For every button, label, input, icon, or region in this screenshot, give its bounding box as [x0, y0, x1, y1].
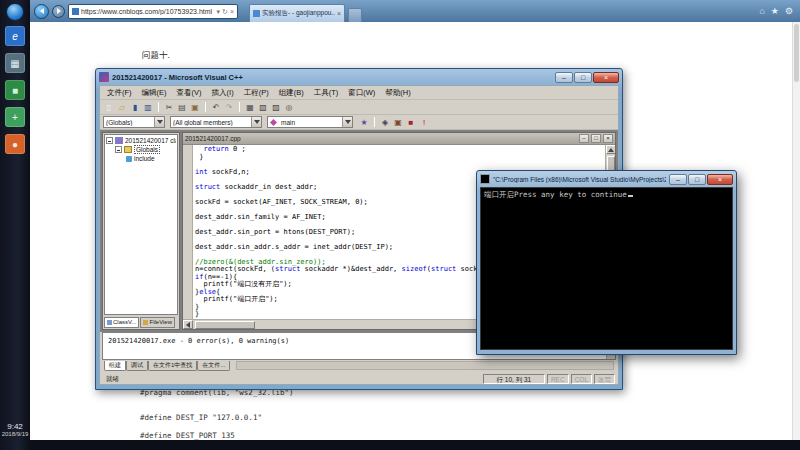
favorites-star-icon[interactable]: ★ — [771, 6, 779, 16]
home-icon[interactable]: ⌂ — [759, 6, 764, 16]
address-bar-icons: ▾↻× — [217, 5, 234, 18]
taskbar: e▦■+● 9:42 2018/9/19 — [0, 0, 30, 450]
output-hscrollbar[interactable] — [236, 361, 614, 370]
vc-menu-item-2[interactable]: 查看(V) — [172, 88, 207, 98]
workspace-toggle-icon[interactable]: ▦ — [244, 101, 256, 113]
maximize-button[interactable]: □ — [688, 174, 706, 185]
members-combo[interactable]: (All global members) — [170, 116, 262, 128]
minimize-button[interactable]: – — [555, 72, 573, 83]
compile-icon[interactable]: ◈ — [379, 116, 391, 128]
collapse-expander-icon[interactable] — [106, 137, 113, 144]
undo-icon[interactable]: ↶ — [210, 101, 222, 113]
cut-icon[interactable]: ✂ — [163, 101, 175, 113]
output-toggle-icon[interactable]: ▧ — [257, 101, 269, 113]
maximize-button[interactable]: □ — [574, 72, 592, 83]
toolbar-separator — [205, 102, 206, 112]
editor-titlebar[interactable]: 201521420017.cpp – □ × — [183, 133, 615, 145]
function-combo[interactable]: main — [267, 116, 353, 128]
taskbar-clock[interactable]: 9:42 2018/9/19 — [2, 422, 29, 437]
vc-menu-item-3[interactable]: 插入(I) — [207, 88, 239, 98]
editor-selection-margin[interactable] — [183, 145, 193, 319]
clock-time: 9:42 — [2, 422, 29, 431]
address-bar[interactable]: https://www.cnblogs.com/p/10753923.html … — [68, 4, 238, 19]
tab-close-icon[interactable]: × — [337, 10, 341, 17]
console-window-controls: – □ × — [669, 174, 733, 185]
output-tab-1[interactable]: 调试 — [126, 361, 148, 371]
save-all-icon[interactable]: ▥ — [142, 101, 154, 113]
vc-menu-item-7[interactable]: 窗口(W) — [343, 88, 380, 98]
editor-restore-button[interactable]: □ — [591, 134, 601, 143]
vc-menu-item-4[interactable]: 工程(P) — [239, 88, 274, 98]
minimize-button[interactable]: – — [669, 174, 687, 185]
taskbar-app-4-icon[interactable]: + — [5, 107, 25, 127]
taskbar-app-2-icon[interactable]: ▦ — [5, 53, 25, 73]
back-button[interactable] — [34, 4, 49, 19]
dropdown-arrow-icon[interactable] — [251, 117, 261, 127]
find-icon[interactable]: ◎ — [283, 101, 295, 113]
settings-gear-icon[interactable]: ⚙ — [785, 6, 793, 16]
clock-date: 2018/9/19 — [2, 431, 29, 437]
paste-icon[interactable]: ▣ — [189, 101, 201, 113]
cursor-position-cell: 行 10, 列 31 — [483, 374, 545, 384]
open-folder-icon[interactable]: ▱ — [116, 101, 128, 113]
scrollbar-thumb[interactable] — [195, 321, 255, 329]
collapse-expander-icon[interactable] — [115, 146, 122, 153]
wizard-actions-icon[interactable]: ★ — [358, 116, 370, 128]
redo-icon[interactable]: ↷ — [223, 101, 235, 113]
console-output[interactable]: 端口开启Press any key to continue — [480, 187, 733, 350]
taskbar-icons: e▦■+● — [5, 26, 25, 154]
browser-chrome: https://www.cnblogs.com/p/10753923.html … — [30, 0, 800, 22]
build-icon[interactable]: ▣ — [392, 116, 404, 128]
stop-build-icon[interactable]: ■ — [405, 116, 417, 128]
new-tab-button[interactable] — [348, 8, 362, 22]
stop-icon[interactable]: × — [230, 5, 234, 18]
function-combo-value: main — [279, 119, 342, 126]
execute-program-icon[interactable]: ! — [418, 116, 430, 128]
refresh-icon[interactable]: ↻ — [222, 5, 228, 18]
scroll-left-icon[interactable] — [183, 320, 193, 329]
start-button[interactable] — [6, 3, 24, 21]
taskbar-app-5-icon[interactable]: ● — [5, 134, 25, 154]
page-scrollbar[interactable] — [792, 22, 800, 450]
search-dropdown-icon[interactable]: ▾ — [217, 5, 221, 18]
close-button[interactable]: × — [593, 72, 619, 83]
tree-row-globals[interactable]: Globals — [106, 145, 176, 154]
vc-titlebar[interactable]: 201521420017 - Microsoft Visual C++ – □ … — [96, 69, 622, 85]
taskbar-app-3-icon[interactable]: ■ — [5, 80, 25, 100]
url-text: https://www.cnblogs.com/p/10753923.html — [81, 8, 215, 15]
vc-menu-item-1[interactable]: 编辑(E) — [137, 88, 172, 98]
tree-row-root[interactable]: 201521420017 clas — [106, 136, 176, 145]
new-file-icon[interactable]: ▯ — [103, 101, 115, 113]
dropdown-arrow-icon[interactable] — [342, 117, 352, 127]
vc-menu-item-8[interactable]: 帮助(H) — [380, 88, 415, 98]
close-button[interactable]: × — [707, 174, 733, 185]
class-combo[interactable]: (Globals) — [103, 116, 165, 128]
save-icon[interactable]: ▮ — [129, 101, 141, 113]
workspace-tab-1[interactable]: FileView — [140, 317, 175, 328]
window-list-icon[interactable]: ▨ — [270, 101, 282, 113]
build-result-text: 201521420017.exe - 0 error(s), 0 warning… — [108, 337, 289, 345]
forward-button[interactable] — [52, 5, 65, 18]
editor-minimize-button[interactable]: – — [579, 134, 589, 143]
classview-tree: 201521420017 clas Globals include — [104, 134, 178, 315]
back-arrow-icon — [40, 8, 44, 14]
scrollbar-thumb[interactable] — [794, 24, 799, 82]
scroll-up-icon[interactable] — [606, 145, 616, 154]
console-titlebar[interactable]: "C:\Program Files (x86)\Microsoft Visual… — [477, 171, 736, 187]
browser-tab[interactable]: 实验报告- - gaojianppou... × — [249, 4, 345, 22]
vc-menu-item-5[interactable]: 组建(B) — [274, 88, 309, 98]
tree-row-include[interactable]: include — [106, 154, 176, 163]
output-tab-3[interactable]: 在文件... — [197, 361, 230, 371]
ie-browser-icon[interactable]: e — [5, 26, 25, 46]
workspace-panel: 201521420017 clas Globals include ClassV… — [102, 132, 180, 330]
vc-menu-item-6[interactable]: 工具(T) — [309, 88, 344, 98]
output-tab-0[interactable]: 组建 — [104, 361, 126, 371]
page-code-line: #define DEST_IP "127.0.0.1" — [140, 413, 294, 422]
vc-menu-item-0[interactable]: 文件(F) — [102, 88, 137, 98]
visual-cpp-icon — [99, 72, 109, 82]
output-tab-2[interactable]: 在文件1中查找 — [148, 361, 197, 371]
editor-close-button[interactable]: × — [603, 134, 613, 143]
workspace-tab-0[interactable]: ClassV... — [104, 317, 139, 328]
copy-icon[interactable]: ▤ — [176, 101, 188, 113]
dropdown-arrow-icon[interactable] — [154, 117, 164, 127]
